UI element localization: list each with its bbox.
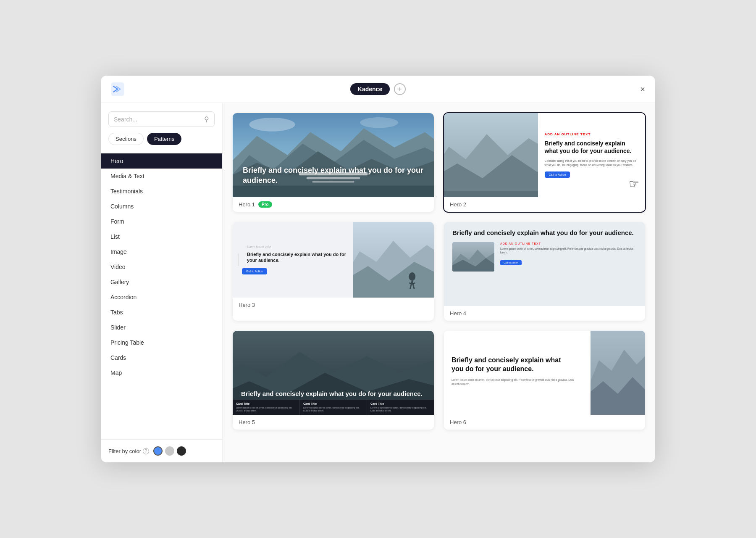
hero5-card-0: Card Title Lorem ipsum dolor sit amet, c… [233,400,300,415]
sidebar-top: ⚲ Sections Patterns [101,103,222,151]
hero4-title: Briefly and concisely explain what you d… [452,229,637,237]
card-hero1-label: Hero 1 [239,201,255,208]
sidebar-item-video[interactable]: Video [101,259,222,274]
svg-point-3 [360,117,398,128]
app-window: Kadence + × ⚲ Sections Patterns Hero Med… [101,76,655,462]
swatch-dark[interactable] [177,446,186,456]
hero5-card-body-1: Lorem ipsum dolor sit amet, consectetur … [303,406,363,412]
hero2-title: Briefly and concisely explain what you d… [545,140,639,155]
card-hero2-label-row: Hero 2 [444,197,645,212]
card-hero3-label: Hero 3 [239,302,255,308]
card-hero5-cards: Card Title Lorem ipsum dolor sit amet, c… [233,400,434,415]
hero6-right [582,331,645,415]
svg-point-18 [409,272,416,281]
hero6-body: Lorem ipsum dolor sit amet, consectetur … [452,378,575,386]
hero3-btn: Get to Action [242,268,267,274]
search-box[interactable]: ⚲ [108,111,215,127]
hero4-body: Lorem ipsum dolor sit amet, consectetur … [500,247,637,254]
card-hero6-image: Briefly and concisely explain what you d… [444,331,645,415]
card-hero3-image: Lorem ipsum dolor Briefly and concisely … [233,222,434,298]
card-hero3[interactable]: Lorem ipsum dolor Briefly and concisely … [233,222,434,321]
swatch-gray[interactable] [165,446,174,456]
sidebar: ⚲ Sections Patterns Hero Media & Text Te… [101,103,223,462]
swatch-blue[interactable] [153,446,163,456]
card-hero4-label: Hero 4 [450,310,466,316]
card-hero5-label-row: Hero 5 [233,415,434,430]
help-icon[interactable]: ? [143,448,149,454]
card-hero4[interactable]: Briefly and concisely explain what you d… [444,222,645,321]
hero5-card-body-0: Lorem ipsum dolor sit amet, consectetur … [236,406,296,412]
header: Kadence + × [101,76,655,103]
card-hero3-label-row: Hero 3 [233,298,434,312]
hero5-card-body-2: Lorem ipsum dolor sit amet, consectetur … [370,406,430,412]
sidebar-item-media-text[interactable]: Media & Text [101,169,222,184]
hero3-title: Briefly and concisely explain what you d… [247,251,347,264]
sidebar-item-gallery[interactable]: Gallery [101,274,222,290]
card-hero1[interactable]: Briefly and concisely explain what you d… [233,113,434,212]
hero5-card-title-2: Card Title [370,402,430,405]
card-hero2-image: ADD AN OUTLINE TEXT Briefly and concisel… [444,113,645,197]
filter-label: Filter by color ? [108,448,149,454]
card-hero1-pro-badge: Pro [258,201,272,208]
card-hero5-overlay: Briefly and concisely explain what you d… [241,390,425,398]
card-hero5[interactable]: Briefly and concisely explain what you d… [233,331,434,430]
hero2-btn: Call to Action [545,171,570,178]
card-hero2-label: Hero 2 [450,201,466,208]
hero2-body: Consider using this if you need to provi… [545,159,639,167]
card-hero6-label-row: Hero 6 [444,415,645,430]
svg-point-2 [249,118,295,132]
hero2-left [444,113,538,197]
hero6-left: Briefly and concisely explain what you d… [444,331,582,415]
card-hero5-image: Briefly and concisely explain what you d… [233,331,434,415]
add-button[interactable]: + [394,83,406,95]
search-input[interactable] [114,116,201,123]
sidebar-item-hero[interactable]: Hero [101,153,222,169]
sidebar-nav: Hero Media & Text Testimonials Columns F… [101,151,222,439]
hero4-text-block: ADD AN OUTLINE TEXT Lorem ipsum dolor si… [500,242,637,265]
hero5-card-title-1: Card Title [303,402,363,405]
tabs-row: Sections Patterns [108,133,215,145]
sidebar-item-list[interactable]: List [101,229,222,244]
svg-rect-14 [444,191,538,197]
hero2-overline: ADD AN OUTLINE TEXT [545,132,639,136]
sidebar-item-accordion[interactable]: Accordion [101,290,222,305]
card-hero1-image: Briefly and concisely explain what you d… [233,113,434,197]
card-hero1-label-row: Hero 1 Pro [233,197,434,212]
card-hero6[interactable]: Briefly and concisely explain what you d… [444,331,645,430]
sidebar-item-slider[interactable]: Slider [101,320,222,335]
hero5-card-2: Card Title Lorem ipsum dolor sit amet, c… [367,400,434,415]
sidebar-item-cards[interactable]: Cards [101,350,222,365]
card-hero4-label-row: Hero 4 [444,306,645,321]
header-center: Kadence + [350,83,406,95]
logo [111,82,124,96]
card-hero1-overlay: Briefly and concisely explain what you d… [243,166,424,185]
sidebar-item-columns[interactable]: Columns [101,199,222,214]
cards-grid: Briefly and concisely explain what you d… [233,113,645,430]
sidebar-item-map[interactable]: Map [101,365,222,380]
kadence-badge: Kadence [350,83,390,95]
hero4-bottom: ADD AN OUTLINE TEXT Lorem ipsum dolor si… [452,242,637,272]
sidebar-footer: Filter by color ? [101,439,222,462]
hero4-overline: ADD AN OUTLINE TEXT [500,242,637,245]
close-button[interactable]: × [640,85,645,93]
hero4-btn: Call to Action [500,260,522,265]
sidebar-item-testimonials[interactable]: Testimonials [101,184,222,199]
tab-patterns[interactable]: Patterns [147,133,181,145]
card-hero5-label: Hero 5 [239,419,255,425]
svg-rect-7 [233,186,434,197]
sidebar-item-form[interactable]: Form [101,214,222,229]
sidebar-item-tabs[interactable]: Tabs [101,305,222,320]
color-swatches [153,446,186,456]
hero5-card-1: Card Title Lorem ipsum dolor sit amet, c… [300,400,367,415]
hero5-card-title-0: Card Title [236,402,296,405]
card-hero2[interactable]: ADD AN OUTLINE TEXT Briefly and concisel… [444,113,645,212]
hero2-right: ADD AN OUTLINE TEXT Briefly and concisel… [538,113,646,197]
sidebar-item-image[interactable]: Image [101,244,222,259]
search-icon: ⚲ [204,115,209,123]
tab-sections[interactable]: Sections [108,133,144,145]
card-hero6-label: Hero 6 [450,419,466,425]
hero6-title: Briefly and concisely explain what you d… [452,356,575,374]
hero4-img [452,242,494,272]
content: Briefly and concisely explain what you d… [223,103,655,462]
sidebar-item-pricing-table[interactable]: Pricing Table [101,335,222,350]
